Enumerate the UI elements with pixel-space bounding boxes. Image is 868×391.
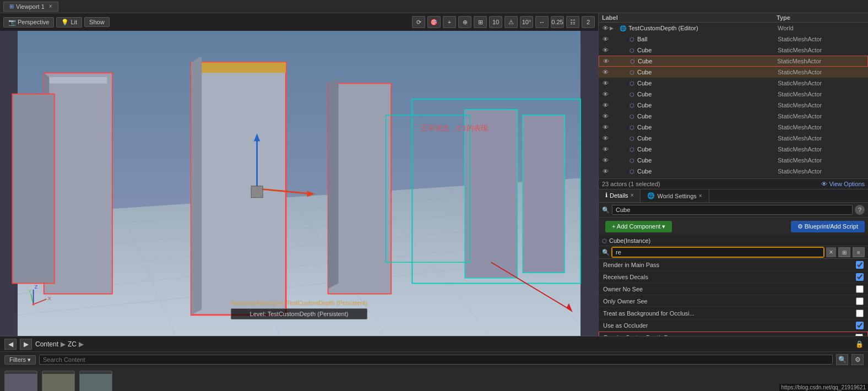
eye-icon[interactable]: 👁: [601, 24, 610, 32]
item-type: StaticMeshActor: [778, 113, 866, 120]
prop-label: Render in Main Pass: [603, 262, 856, 268]
outliner-list[interactable]: 👁 ▶ 🌐 TestCustomDepth (Editor) World 👁 ⬡…: [599, 23, 868, 178]
content-browser-toolbar: ◀ ▶ Content ▶ ZC ▶ 🔒: [0, 336, 868, 352]
cb-item-2[interactable]: [42, 371, 75, 391]
view-options-btn[interactable]: 👁 View Options: [821, 181, 865, 187]
item-type: StaticMeshActor: [778, 168, 866, 175]
outliner-item[interactable]: 👁 ⬡ Cube StaticMeshActor: [599, 67, 868, 78]
cb-item-3[interactable]: [79, 371, 112, 391]
item-type: StaticMeshActor: [778, 135, 866, 142]
filter-input[interactable]: [612, 247, 824, 257]
prop-checkbox[interactable]: [856, 273, 864, 281]
help-icon[interactable]: ?: [855, 205, 865, 215]
svg-marker-22: [328, 77, 339, 289]
details-search-input[interactable]: [612, 205, 853, 215]
item-type: StaticMeshActor: [778, 91, 866, 97]
item-type: StaticMeshActor: [778, 124, 866, 131]
warn-icon[interactable]: ⚠: [504, 16, 518, 28]
outliner-item[interactable]: 👁 ⬡ Cube StaticMeshActor: [599, 111, 868, 122]
eye-icon[interactable]: 👁: [601, 101, 610, 110]
prop-checkbox[interactable]: [856, 261, 864, 269]
cb-back-button[interactable]: ◀: [4, 339, 17, 350]
eye-icon[interactable]: 👁: [601, 156, 610, 165]
outliner-item[interactable]: 👁 ⬡ Cube StaticMeshActor: [599, 56, 868, 67]
details-search-row: 🔍 ?: [599, 203, 868, 218]
item-name: Cube: [636, 146, 778, 153]
filter-label-text: Filters ▾: [9, 356, 31, 363]
cb-search-input[interactable]: [39, 355, 833, 365]
snap-val[interactable]: 10: [489, 16, 502, 28]
breadcrumb-zc[interactable]: ZC: [68, 340, 77, 348]
eye-icon[interactable]: 👁: [601, 123, 610, 132]
transform-icon[interactable]: ⟳: [412, 16, 425, 28]
viewport-tab[interactable]: ⊞ Viewport 1 ×: [3, 2, 58, 12]
eye-icon[interactable]: 👁: [601, 46, 610, 55]
screen-num[interactable]: 2: [582, 16, 595, 28]
eye-icon[interactable]: 👁: [601, 145, 610, 154]
details-tab-close[interactable]: ×: [631, 192, 634, 198]
blueprint-button[interactable]: ⚙ Blueprint/Add Script: [791, 221, 865, 232]
plus-icon[interactable]: +: [443, 16, 456, 28]
eye-icon[interactable]: 👁: [601, 90, 610, 99]
outliner-item[interactable]: 👁 ⬡ Cube StaticMeshActor: [599, 166, 868, 177]
item-type: StaticMeshActor: [778, 157, 866, 164]
scale-snap-icon[interactable]: ↔: [535, 16, 549, 28]
cb-filters-row: Filters ▾ 🔍 ⚙: [0, 352, 868, 367]
eye-icon[interactable]: 👁: [601, 112, 610, 121]
eye-icon[interactable]: 👁: [601, 35, 610, 44]
mesh-icon: ⬡: [627, 123, 636, 131]
filter-list-button[interactable]: ≡: [853, 247, 865, 257]
lock-button[interactable]: 🔒: [855, 340, 864, 348]
eye-icon[interactable]: 👁: [601, 134, 610, 143]
cb-item-1[interactable]: [4, 371, 37, 391]
prop-checkbox[interactable]: [856, 297, 864, 305]
outliner-item[interactable]: 👁 ⬡ Cube StaticMeshActor: [599, 133, 868, 144]
grid-icon[interactable]: ⊞: [474, 16, 487, 28]
scale-val[interactable]: 0.25: [551, 16, 564, 28]
filters-dropdown-button[interactable]: Filters ▾: [4, 355, 36, 365]
tab-details[interactable]: ℹ Details ×: [599, 189, 641, 202]
add-component-button[interactable]: + Add Component ▾: [605, 221, 672, 232]
camera2-icon[interactable]: 🎯: [427, 16, 441, 28]
mesh-icon: ⬡: [627, 46, 636, 54]
outliner-item[interactable]: 👁 ⬡ Cube StaticMeshActor: [599, 122, 868, 133]
viewport[interactable]: 📷 Perspective 💡 Lit Show ⟳ 🎯 + ⊕ ⊞ 10 ⚠ …: [0, 13, 598, 336]
cb-forward-button[interactable]: ▶: [20, 339, 32, 350]
selected-actor-text: Selected Actor(s) in: TestCustomDepth (P…: [231, 300, 367, 306]
show-label: Show: [89, 19, 105, 25]
view-mode-icon[interactable]: ☷: [566, 16, 579, 28]
item-name: Cube: [636, 91, 778, 97]
outliner-item[interactable]: 👁 ⬡ Cube StaticMeshActor: [599, 100, 868, 111]
filter-clear-button[interactable]: ×: [826, 247, 836, 257]
show-btn[interactable]: Show: [84, 17, 110, 27]
outliner-item[interactable]: 👁 ⬡ Ball StaticMeshActor: [599, 34, 868, 45]
eye-icon[interactable]: 👁: [601, 57, 610, 66]
outliner-item[interactable]: 👁 ⬡ Cube StaticMeshActor: [599, 155, 868, 166]
prop-checkbox[interactable]: [856, 322, 864, 329]
cb-search-button[interactable]: 🔍: [836, 354, 848, 365]
prop-checkbox[interactable]: [856, 285, 864, 293]
cb-settings-button[interactable]: ⚙: [851, 354, 864, 365]
world-settings-tab-close[interactable]: ×: [699, 193, 702, 199]
mesh-icon: ⬡: [627, 134, 636, 142]
prop-checkbox[interactable]: [856, 309, 864, 317]
outliner-item[interactable]: 👁 ⬡ Cube StaticMeshActor: [599, 144, 868, 155]
breadcrumb-content[interactable]: Content: [35, 340, 58, 348]
outliner-item[interactable]: 👁 ⬡ Cube StaticMeshActor: [599, 89, 868, 100]
viewport-tab-close[interactable]: ×: [49, 3, 52, 9]
perspective-btn[interactable]: 📷 Perspective: [3, 17, 54, 28]
eye-icon[interactable]: 👁: [601, 79, 610, 88]
mesh-icon: ⬡: [627, 156, 636, 164]
outliner-item[interactable]: 👁 ▶ 🌐 TestCustomDepth (Editor) World: [599, 23, 868, 34]
eye-icon[interactable]: 👁: [601, 68, 610, 77]
rot-snap[interactable]: 10°: [520, 16, 533, 28]
tab-world-settings[interactable]: 🌐 World Settings ×: [641, 189, 709, 202]
outliner-item[interactable]: 👁 ⬡ Cube StaticMeshActor: [599, 45, 868, 56]
outliner-item[interactable]: 👁 ⬡ Cube StaticMeshActor: [599, 78, 868, 89]
eye-icon[interactable]: 👁: [601, 167, 610, 176]
filter-grid-button[interactable]: ⊞: [838, 247, 850, 257]
filter-icon: 🔍: [602, 249, 610, 256]
globe-icon[interactable]: ⊕: [458, 16, 471, 28]
lit-btn[interactable]: 💡 Lit: [56, 17, 82, 28]
item-type: StaticMeshActor: [778, 80, 866, 86]
